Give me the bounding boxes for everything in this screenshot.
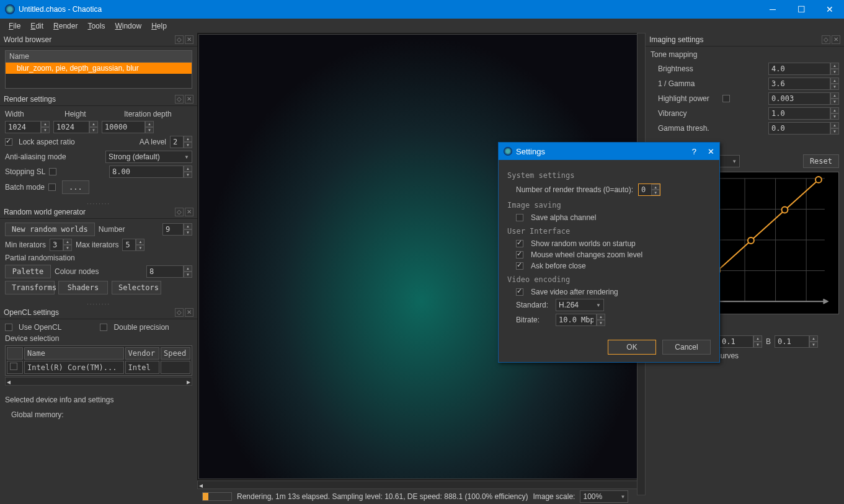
- new-random-worlds-button[interactable]: New random worlds: [5, 223, 95, 236]
- aamode-label: Anti-aliasing mode: [5, 153, 66, 161]
- panel-close-icon[interactable]: ✕: [185, 308, 193, 317]
- max-iter-input[interactable]: [122, 239, 136, 251]
- standard-label: Standard:: [516, 301, 551, 309]
- shaders-button[interactable]: Shaders: [58, 281, 108, 294]
- brightness-input[interactable]: [768, 63, 830, 75]
- close-button[interactable]: ✕: [815, 0, 844, 19]
- canvas-scrollbar-horizontal[interactable]: ◂▸: [197, 480, 646, 489]
- cancel-button[interactable]: Cancel: [662, 340, 711, 355]
- selectors-button[interactable]: Selectors: [112, 281, 161, 294]
- world-list-item[interactable]: blur_zoom, pie, depth_gaussian, blur: [6, 63, 192, 74]
- menu-render[interactable]: Render: [48, 20, 82, 32]
- highlight-input[interactable]: [768, 92, 830, 105]
- batch-browse-button[interactable]: ...: [62, 180, 89, 194]
- lock-aspect-label: Lock aspect ratio: [19, 138, 75, 146]
- selected-device-info-label: Selected device info and settings: [5, 396, 192, 404]
- standard-combo[interactable]: H.264▼: [556, 299, 604, 311]
- max-iter-label: Max iterators: [76, 241, 118, 249]
- number-input[interactable]: [162, 223, 184, 236]
- reset-button[interactable]: Reset: [803, 154, 839, 168]
- status-bar: Rendering, 1m 13s elapsed. Sampling leve…: [197, 489, 646, 504]
- menu-edit[interactable]: Edit: [25, 20, 48, 32]
- minimize-button[interactable]: ─: [758, 0, 787, 19]
- maximize-button[interactable]: ☐: [787, 0, 815, 19]
- render-progress: [202, 492, 232, 501]
- window-title: Untitled.chaos - Chaotica: [19, 5, 102, 14]
- render-viewport[interactable]: ◂▸ Rendering, 1m 13s elapsed. Sampling l…: [197, 33, 646, 504]
- transforms-button[interactable]: Transforms: [5, 281, 55, 294]
- aamode-combo[interactable]: Strong (default)▼: [105, 151, 192, 163]
- menu-tools[interactable]: Tools: [82, 20, 110, 32]
- close-icon[interactable]: ✕: [708, 147, 714, 156]
- random-gen-title: Random world generator ◇ ✕: [0, 205, 197, 219]
- double-precision-checkbox[interactable]: [100, 324, 107, 331]
- help-icon[interactable]: ?: [692, 147, 696, 156]
- colour-nodes-input[interactable]: [146, 265, 184, 278]
- show-random-checkbox[interactable]: [516, 240, 523, 247]
- aa-level-label: AA level: [140, 138, 166, 146]
- window-titlebar: Untitled.chaos - Chaotica ─ ☐ ✕: [0, 0, 844, 19]
- b-label: B: [766, 337, 771, 346]
- device-table[interactable]: NameVendorSpeed Intel(R) Core(TM)...Inte…: [5, 345, 192, 376]
- menu-window[interactable]: Window: [110, 20, 146, 32]
- svg-marker-13: [824, 299, 828, 304]
- settings-dialog-titlebar[interactable]: Settings ? ✕: [499, 143, 719, 160]
- undock-icon[interactable]: ◇: [175, 35, 184, 44]
- menu-file[interactable]: File: [4, 20, 25, 32]
- ui-section: User Interface: [507, 227, 711, 236]
- menu-bar: File Edit Render Tools Window Help: [0, 19, 844, 33]
- highlight-checkbox[interactable]: [722, 95, 730, 102]
- number-label: Number: [99, 225, 125, 234]
- device-table-scrollbar[interactable]: ◂▸: [5, 377, 192, 386]
- panel-close-icon[interactable]: ✕: [185, 35, 193, 44]
- menu-help[interactable]: Help: [146, 20, 172, 32]
- world-list[interactable]: Name blur_zoom, pie, depth_gaussian, blu…: [5, 50, 192, 89]
- height-label: Height: [64, 110, 120, 118]
- ok-button[interactable]: OK: [608, 340, 656, 355]
- palette-button[interactable]: Palette: [5, 265, 51, 278]
- use-opencl-checkbox[interactable]: [5, 324, 12, 331]
- width-input[interactable]: [5, 121, 41, 133]
- bitrate-label: Bitrate:: [516, 316, 551, 324]
- gammathresh-input[interactable]: [768, 122, 830, 135]
- stopping-label: Stopping SL: [5, 167, 45, 176]
- batch-checkbox[interactable]: [48, 183, 56, 191]
- system-settings-section: System settings: [507, 171, 711, 180]
- table-row: Intel(R) Core(TM)...Intel: [7, 361, 190, 374]
- undock-icon[interactable]: ◇: [822, 35, 830, 44]
- highlight-label: Highlight power: [651, 94, 719, 103]
- panel-close-icon[interactable]: ✕: [832, 35, 840, 44]
- device-checkbox[interactable]: [10, 363, 17, 370]
- panel-close-icon[interactable]: ✕: [185, 208, 193, 216]
- world-browser-title: World browser ◇ ✕: [0, 33, 197, 46]
- stopping-input[interactable]: [109, 166, 184, 178]
- min-iter-input[interactable]: [50, 239, 63, 251]
- iter-input[interactable]: [102, 121, 145, 133]
- undock-icon[interactable]: ◇: [175, 208, 184, 216]
- imaging-settings-title: Imaging settings ◇ ✕: [646, 33, 844, 46]
- gamma-input[interactable]: [768, 77, 830, 90]
- undock-icon[interactable]: ◇: [175, 95, 184, 104]
- bitrate-input[interactable]: [556, 314, 597, 326]
- stopping-checkbox[interactable]: [49, 168, 56, 175]
- threads-input[interactable]: [639, 184, 651, 195]
- bg-g-input[interactable]: [719, 335, 753, 348]
- double-precision-label: Double precision: [113, 323, 169, 332]
- panel-close-icon[interactable]: ✕: [185, 95, 193, 104]
- undock-icon[interactable]: ◇: [175, 308, 184, 317]
- aa-level-input[interactable]: [170, 136, 184, 148]
- vibrancy-input[interactable]: [768, 107, 830, 120]
- save-alpha-checkbox[interactable]: [516, 214, 523, 221]
- bg-b-input[interactable]: [775, 335, 809, 348]
- height-input[interactable]: [53, 121, 89, 133]
- ask-close-checkbox[interactable]: [516, 262, 523, 270]
- lock-aspect-checkbox[interactable]: [5, 138, 12, 146]
- min-iter-label: Min iterators: [5, 241, 46, 249]
- vibrancy-label: Vibrancy: [651, 109, 719, 118]
- mouse-wheel-checkbox[interactable]: [516, 251, 523, 259]
- save-video-checkbox[interactable]: [516, 288, 523, 296]
- separator: ········: [0, 200, 197, 205]
- image-scale-combo[interactable]: 100%▼: [580, 490, 628, 503]
- image-scale-label: Image scale:: [533, 492, 575, 501]
- threads-label: Number of render threads (0=auto):: [516, 185, 633, 194]
